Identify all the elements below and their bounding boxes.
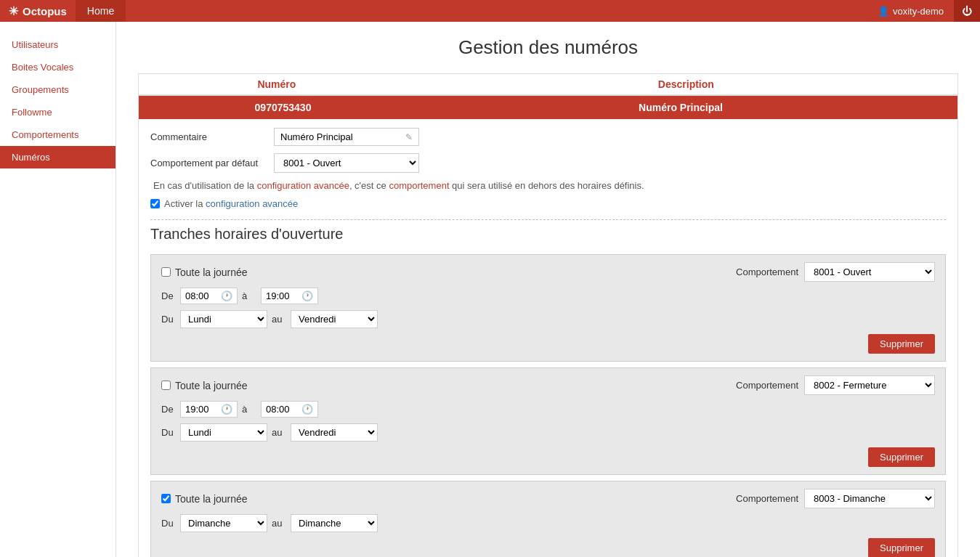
time-slot-3: Toute la journée Comportement 8001 - Ouv… bbox=[150, 481, 946, 557]
navbar-right: 👤 voxity-demo ⏻ bbox=[867, 0, 980, 22]
commentaire-input-wrap: ✎ bbox=[274, 128, 419, 146]
supprimer-button-1[interactable]: Supprimer bbox=[868, 334, 935, 354]
comportement-row: Comportement par défaut 8001 - Ouvert 80… bbox=[150, 153, 946, 173]
time-to-input-1[interactable] bbox=[266, 290, 299, 301]
checkbox-row: Activer la configuration avancée bbox=[150, 198, 946, 209]
power-button[interactable]: ⏻ bbox=[954, 0, 980, 22]
au-label-1: au bbox=[272, 314, 286, 325]
home-button[interactable]: Home bbox=[76, 0, 126, 22]
time-slot-2-checkbox-part: Toute la journée bbox=[161, 380, 736, 391]
time-from-2: 🕐 bbox=[180, 401, 238, 418]
col-numero-header: Numéro bbox=[139, 74, 415, 94]
comportement-label-3: Comportement bbox=[736, 493, 798, 504]
user-icon: 👤 bbox=[878, 6, 889, 17]
day-to-select-1[interactable]: Lundi Mardi Mercredi Jeudi Vendredi Same… bbox=[291, 310, 378, 328]
logo-icon: ✳ bbox=[9, 4, 18, 18]
sidebar-item-utilisateurs[interactable]: Utilisateurs bbox=[0, 33, 116, 56]
time-slot-2-actions: Supprimer bbox=[161, 447, 935, 467]
sidebar-item-groupements[interactable]: Groupements bbox=[0, 78, 116, 101]
time-to-input-2[interactable] bbox=[266, 404, 299, 415]
time-slot-2: Toute la journée Comportement 8001 - Ouv… bbox=[150, 367, 946, 475]
du-label-2: Du bbox=[161, 427, 176, 438]
time-to-1: 🕐 bbox=[261, 288, 318, 304]
time-slot-2-days: Du Lundi Mardi Mercredi Jeudi Vendredi S… bbox=[161, 423, 935, 442]
config-avancee-checkbox[interactable] bbox=[150, 199, 160, 208]
de-label-2: De bbox=[161, 404, 176, 415]
time-to-2: 🕐 bbox=[261, 401, 318, 418]
navbar-brand: ✳ Octopus bbox=[0, 4, 76, 18]
toute-journee-3-checkbox[interactable] bbox=[161, 494, 171, 503]
col-description-header: Description bbox=[415, 74, 957, 94]
comportement-label: Comportement par défaut bbox=[150, 158, 267, 168]
navbar: ✳ Octopus Home 👤 voxity-demo ⏻ bbox=[0, 0, 980, 22]
info-config-avancee: configuration avancée bbox=[257, 180, 349, 191]
comportement-label-1: Comportement bbox=[736, 267, 798, 277]
de-label-1: De bbox=[161, 290, 176, 301]
sidebar-item-comportements[interactable]: Comportements bbox=[0, 123, 116, 146]
table-header: Numéro Description bbox=[138, 73, 958, 95]
config-avancee-label: Activer la configuration avancée bbox=[164, 198, 298, 209]
main-content: Gestion des numéros Numéro Description 0… bbox=[116, 22, 980, 557]
section-title: Tranches horaires d'ouverture bbox=[150, 226, 946, 243]
username: voxity-demo bbox=[893, 6, 944, 17]
toute-journee-3-label: Toute la journée bbox=[175, 493, 248, 505]
numero-value: 0970753430 bbox=[150, 102, 416, 113]
day-to-select-2[interactable]: Lundi Mardi Mercredi Jeudi Vendredi Same… bbox=[291, 423, 378, 442]
time-from-input-2[interactable] bbox=[185, 404, 218, 415]
du-label-1: Du bbox=[161, 314, 176, 325]
number-card-body: Commentaire ✎ Comportement par défaut 80… bbox=[139, 119, 957, 557]
toute-journee-2-checkbox[interactable] bbox=[161, 381, 171, 390]
clock-icon-from-1[interactable]: 🕐 bbox=[221, 290, 232, 301]
time-slot-1-checkbox-part: Toute la journée bbox=[161, 267, 736, 278]
config-avancee-highlight: configuration avancée bbox=[206, 198, 298, 209]
info-comportement: comportement bbox=[389, 180, 449, 191]
au-label-3: au bbox=[272, 518, 286, 529]
brand-name: Octopus bbox=[23, 5, 67, 17]
info-text: En cas d'utilisation de la configuration… bbox=[150, 180, 946, 191]
commentaire-row: Commentaire ✎ bbox=[150, 128, 946, 146]
sidebar-item-followme[interactable]: Followme bbox=[0, 101, 116, 123]
time-from-1: 🕐 bbox=[180, 288, 238, 304]
time-from-input-1[interactable] bbox=[185, 290, 218, 301]
separator-1 bbox=[150, 219, 946, 220]
clock-icon-from-2[interactable]: 🕐 bbox=[221, 404, 232, 415]
comportement-select-2[interactable]: 8001 - Ouvert 8002 - Fermeture 8003 - Di… bbox=[804, 375, 935, 395]
comportement-select[interactable]: 8001 - Ouvert 8002 - Fermeture 8003 - Di… bbox=[274, 153, 419, 173]
comportement-select-1[interactable]: 8001 - Ouvert 8002 - Fermeture 8003 - Di… bbox=[804, 262, 935, 282]
time-slot-3-checkbox-part: Toute la journée bbox=[161, 493, 736, 505]
a-label-2: à bbox=[242, 404, 256, 415]
sidebar-item-boites-vocales[interactable]: Boites Vocales bbox=[0, 56, 116, 78]
page-title: Gestion des numéros bbox=[138, 36, 958, 59]
time-slot-1-actions: Supprimer bbox=[161, 334, 935, 354]
day-from-select-2[interactable]: Lundi Mardi Mercredi Jeudi Vendredi Same… bbox=[180, 423, 267, 442]
time-slot-1-comportement-part: Comportement 8001 - Ouvert 8002 - Fermet… bbox=[736, 262, 935, 282]
day-to-select-3[interactable]: Lundi Mardi Mercredi Jeudi Vendredi Same… bbox=[291, 514, 378, 532]
time-slot-1-top: Toute la journée Comportement 8001 - Ouv… bbox=[161, 262, 935, 282]
time-slot-2-top: Toute la journée Comportement 8001 - Ouv… bbox=[161, 375, 935, 395]
time-slot-3-comportement-part: Comportement 8001 - Ouvert 8002 - Fermet… bbox=[736, 489, 935, 508]
sidebar-item-numeros[interactable]: Numéros bbox=[0, 146, 116, 168]
du-label-3: Du bbox=[161, 518, 176, 529]
commentaire-input[interactable] bbox=[280, 131, 402, 142]
time-slot-3-actions: Supprimer bbox=[161, 538, 935, 557]
toute-journee-1-label: Toute la journée bbox=[175, 267, 248, 278]
time-slot-2-comportement-part: Comportement 8001 - Ouvert 8002 - Fermet… bbox=[736, 375, 935, 395]
number-card: 0970753430 Numéro Principal Commentaire … bbox=[138, 95, 958, 557]
a-label-1: à bbox=[242, 290, 256, 301]
au-label-2: au bbox=[272, 427, 286, 438]
time-slot-1-days: Du Lundi Mardi Mercredi Jeudi Vendredi S… bbox=[161, 310, 935, 328]
day-from-select-1[interactable]: Lundi Mardi Mercredi Jeudi Vendredi Same… bbox=[180, 310, 267, 328]
clock-icon-to-1[interactable]: 🕐 bbox=[301, 290, 313, 301]
supprimer-button-3[interactable]: Supprimer bbox=[868, 538, 935, 557]
edit-icon: ✎ bbox=[405, 132, 413, 142]
comportement-select-3[interactable]: 8001 - Ouvert 8002 - Fermeture 8003 - Di… bbox=[804, 489, 935, 508]
commentaire-label: Commentaire bbox=[150, 131, 267, 142]
time-slot-3-top: Toute la journée Comportement 8001 - Ouv… bbox=[161, 489, 935, 508]
clock-icon-to-2[interactable]: 🕐 bbox=[301, 404, 313, 415]
day-from-select-3[interactable]: Lundi Mardi Mercredi Jeudi Vendredi Same… bbox=[180, 514, 267, 532]
sidebar: Utilisateurs Boites Vocales Groupements … bbox=[0, 22, 116, 557]
toute-journee-1-checkbox[interactable] bbox=[161, 267, 171, 277]
time-slot-2-times: De 🕐 à 🕐 bbox=[161, 401, 935, 418]
main-layout: Utilisateurs Boites Vocales Groupements … bbox=[0, 22, 980, 557]
supprimer-button-2[interactable]: Supprimer bbox=[868, 447, 935, 467]
